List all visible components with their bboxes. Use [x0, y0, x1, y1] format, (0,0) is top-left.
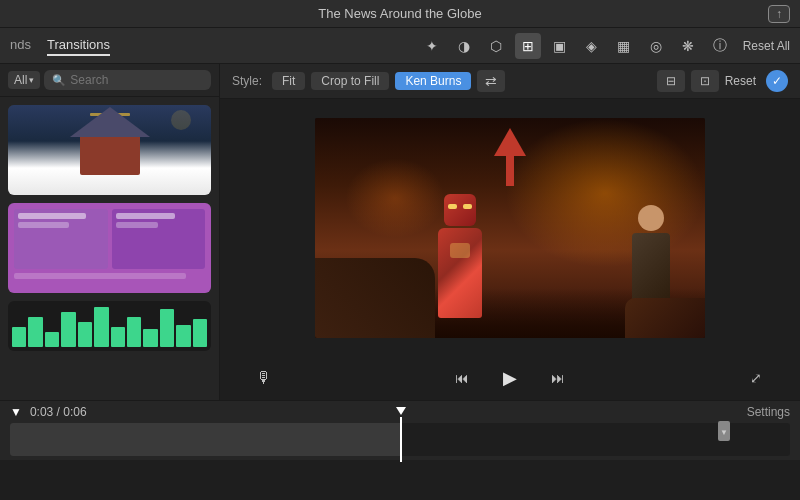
video-frame — [315, 118, 705, 338]
search-input[interactable] — [70, 73, 203, 87]
sidebar: All ▾ 🔍 — [0, 64, 220, 400]
arrow-stem — [506, 156, 514, 186]
overlay-icon[interactable]: ❋ — [675, 33, 701, 59]
mic-icon: 🎙 — [256, 369, 272, 387]
toolbar-icons: ✦ ◑ ⬡ ⊞ ▣ ◈ ▦ ◎ ❋ ⓘ Reset All — [419, 33, 790, 59]
arrow-up-icon — [494, 128, 526, 156]
iron-man-figure — [435, 194, 485, 318]
palette-icon[interactable]: ⬡ — [483, 33, 509, 59]
style-label: Style: — [232, 74, 262, 88]
thumbnail-tasks — [8, 203, 211, 293]
title-bar: The News Around the Globe ↑ — [0, 0, 800, 28]
playback-controls: 🎙 ⏮ ▶ ⏭ ⤢ — [220, 356, 800, 400]
style-right-controls: ⊟ ⊡ Reset ✓ — [657, 70, 788, 92]
tab-transitions[interactable]: Transitions — [47, 35, 110, 56]
audio-icon[interactable]: ◈ — [579, 33, 605, 59]
timeline-progress — [10, 423, 400, 456]
swap-icon-button[interactable]: ⇄ — [477, 70, 505, 92]
search-container[interactable]: 🔍 — [44, 70, 211, 90]
current-time: 0:03 / 0:06 — [30, 405, 87, 419]
checkmark-icon: ✓ — [772, 74, 782, 88]
reset-button[interactable]: Reset — [725, 74, 756, 88]
style-fit-button[interactable]: Fit — [272, 72, 305, 90]
style-ken-burns-button[interactable]: Ken Burns — [395, 72, 471, 90]
sidebar-filter-bar: All ▾ 🔍 — [0, 64, 219, 97]
skip-forward-button[interactable]: ⏭ — [544, 364, 572, 392]
search-icon: 🔍 — [52, 74, 66, 87]
preview-area: Style: Fit Crop to Fill Ken Burns ⇄ ⊟ ⊡ … — [220, 64, 800, 400]
main-content: All ▾ 🔍 — [0, 64, 800, 400]
style-bar: Style: Fit Crop to Fill Ken Burns ⇄ ⊟ ⊡ … — [220, 64, 800, 99]
color-wheel-icon[interactable]: ◑ — [451, 33, 477, 59]
confirm-button[interactable]: ✓ — [766, 70, 788, 92]
mic-button[interactable]: 🎙 — [250, 364, 278, 392]
fullscreen-icon: ⤢ — [750, 370, 762, 386]
skip-back-icon: ⏮ — [455, 370, 469, 386]
thumbnail-greenbars — [8, 301, 211, 351]
timeline-end-marker[interactable] — [718, 421, 730, 441]
timeline-scrubber[interactable] — [400, 417, 402, 462]
toolbar-tabs: nds Transitions — [10, 35, 110, 56]
play-icon: ▶ — [503, 367, 517, 389]
filter-chevron-icon: ▾ — [29, 75, 34, 85]
movie-scene — [315, 118, 705, 338]
crop-icon[interactable]: ⊞ — [515, 33, 541, 59]
bars-icon[interactable]: ▦ — [611, 33, 637, 59]
reset-all-button[interactable]: Reset All — [743, 39, 790, 53]
speedometer-icon[interactable]: ◎ — [643, 33, 669, 59]
tab-sounds[interactable]: nds — [10, 35, 31, 56]
camera-icon[interactable]: ▣ — [547, 33, 573, 59]
skip-forward-icon: ⏭ — [551, 370, 565, 386]
toolbar: nds Transitions ✦ ◑ ⬡ ⊞ ▣ ◈ ▦ ◎ ❋ ⓘ Rese… — [0, 28, 800, 64]
timeline-track[interactable] — [10, 423, 790, 456]
thumbnail-cabin — [8, 105, 211, 195]
media-item[interactable] — [8, 301, 211, 351]
wand-icon[interactable]: ✦ — [419, 33, 445, 59]
timeline-playhead-marker: ▼ — [10, 405, 22, 419]
video-preview — [220, 99, 800, 356]
all-filter-label: All — [14, 73, 27, 87]
skip-back-button[interactable]: ⏮ — [448, 364, 476, 392]
media-item[interactable] — [8, 203, 211, 293]
media-item-list — [0, 97, 219, 400]
share-icon: ↑ — [776, 7, 782, 21]
window-title: The News Around the Globe — [318, 6, 481, 21]
fullscreen-button[interactable]: ⤢ — [742, 364, 770, 392]
style-crop-to-fill-button[interactable]: Crop to Fill — [311, 72, 389, 90]
timeline: ▼ 0:03 / 0:06 Settings — [0, 400, 800, 460]
right-character — [632, 205, 670, 313]
media-item[interactable] — [8, 105, 211, 195]
view-toggle-btn2[interactable]: ⊡ — [691, 70, 719, 92]
all-filter-button[interactable]: All ▾ — [8, 71, 40, 89]
info-icon[interactable]: ⓘ — [707, 33, 733, 59]
view-toggle-btn1[interactable]: ⊟ — [657, 70, 685, 92]
play-button[interactable]: ▶ — [496, 364, 524, 392]
settings-button[interactable]: Settings — [747, 405, 790, 419]
share-button[interactable]: ↑ — [768, 5, 790, 23]
playhead-icon — [396, 407, 406, 415]
arrow-overlay — [494, 128, 526, 186]
scene-bg-glow — [505, 118, 705, 268]
toolbar-left: nds Transitions — [10, 35, 230, 56]
